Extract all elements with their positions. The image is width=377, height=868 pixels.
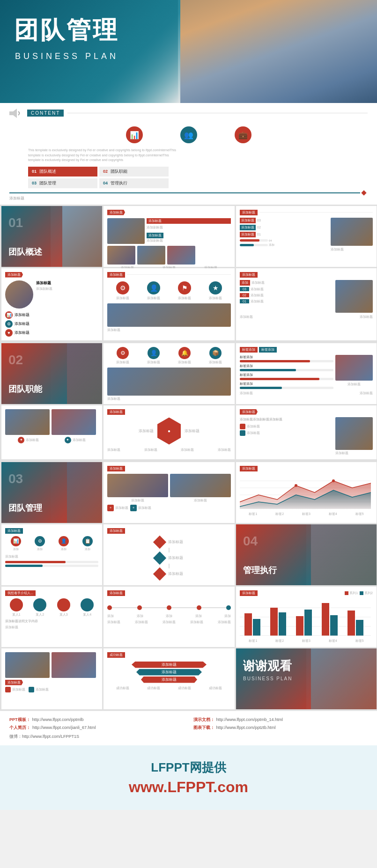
cover-photo-bg <box>180 0 377 103</box>
tl-label4: 添加 <box>195 614 202 618</box>
sq4 <box>29 687 34 692</box>
icon-label1: 添加标题 <box>116 296 129 301</box>
tl-label3: 添加 <box>166 614 172 618</box>
detail-07b-slide: 添加标题 添加 添加 添加 添加 添加 添加标题 添加标题 添加标题 添加标题 … <box>103 587 235 647</box>
content-item-02-num: 02 <box>103 169 108 174</box>
hex-left1: 添加标题 <box>107 428 154 434</box>
detail-01a-label2: 添加标题 <box>147 233 163 238</box>
detail-01a-img4 <box>167 246 195 265</box>
detail-05a-label1: 添加标题 <box>107 498 168 503</box>
detail-08a-img2 <box>52 652 96 678</box>
list-item-2: 添加标题 <box>15 321 30 326</box>
footer-weibo: 微博：http://www.lfppt.com/LFPPT1S <box>9 734 368 740</box>
detail-01a-sub2: 添加副标题 <box>147 238 231 243</box>
slide2-add-title: 添加标题 <box>9 196 368 201</box>
section-02-slide: 02 团队职能 <box>1 343 102 404</box>
section-04-title: 管理执行 <box>243 565 277 576</box>
cover-title-en: BUSINESS PLAN <box>15 51 118 61</box>
footer-url-1[interactable]: http://www.lfppt.com/pptmlb <box>32 717 84 722</box>
svg-rect-19 <box>356 620 363 636</box>
detail-04b-header: 添加标题 <box>107 409 125 415</box>
detail-06a-sub: 添加标题 <box>5 554 98 559</box>
small-label-2: 添加标题 <box>73 438 86 442</box>
svg-marker-0 <box>9 109 17 118</box>
thankyou-cn: 谢谢观看 <box>243 658 292 674</box>
icon-g1: 📊 <box>11 536 21 546</box>
detail-01a-img2 <box>107 246 135 265</box>
bar-x3: 标签3 <box>302 639 310 643</box>
detail-05b-header: 添加标题 <box>240 466 258 471</box>
person-label-1: 某人1 <box>5 612 28 617</box>
footer-url-3[interactable]: http://www.lfppt.com/jianli_67.html <box>32 725 96 730</box>
icon-users-label: 添加标题 <box>147 360 160 365</box>
thankyou-photo <box>306 648 377 709</box>
detail-05a-img2 <box>170 474 231 497</box>
icon-heart-small: ♥ <box>5 329 13 337</box>
icon-g3: 👤 <box>59 536 69 546</box>
bar-x4: 标签4 <box>329 639 337 643</box>
detail-04c-slide: 添加标题 添加标题添加副标题添加标题 添加标题 添加标题 添加标 <box>236 405 377 459</box>
detail-01b-header: 添加标题 <box>240 210 258 215</box>
detail-08b-header: 成功标题 <box>107 652 125 658</box>
detail-02c-footer1: 添加标题 <box>240 315 253 319</box>
detail-02c-header: 添加标题 <box>240 272 258 278</box>
icon-chart-small: 📊 <box>5 311 13 319</box>
svg-rect-10 <box>244 613 252 636</box>
icon-bell-label: 添加标题 <box>178 360 191 365</box>
icon-label2: 添加标题 <box>147 296 160 301</box>
layer-box2: 添加标题 <box>136 669 202 676</box>
num-04: 添加 <box>240 280 250 286</box>
cover-photo <box>180 0 377 103</box>
detail-08a-slide: 添加标题 添加标题 添加标题 <box>1 648 102 709</box>
tl-dot-5 <box>226 605 231 610</box>
detail-02c-footer2: 添加标题 <box>360 315 373 319</box>
legend-red: 系列1 <box>349 591 358 596</box>
detail-08a-header: 添加标题 <box>5 680 23 685</box>
detail-06b-header: 添加标题 <box>107 528 125 534</box>
person-3 <box>57 598 70 611</box>
layer-sub3: 成功标题 <box>178 686 191 691</box>
detail-05a-icon1: + <box>107 505 114 511</box>
tl-sub2: 添加标题 <box>135 620 148 625</box>
detail-05a-icon2: + <box>130 505 137 511</box>
detail-01a-sub1: 添加副标题 <box>147 225 231 230</box>
lfppt-url[interactable]: www.LFPPT.com <box>9 779 368 796</box>
footer-label-2: 演示文档： <box>193 717 214 723</box>
detail-05a-label2: 添加标题 <box>170 498 231 503</box>
footer-url-2[interactable]: http://www.lfppt.com/pptmb_14.html <box>216 717 283 722</box>
detail-02a-sub: 添加副标题 <box>36 287 98 291</box>
diamond-connector2 <box>169 564 170 568</box>
label-04: 添加标题 <box>251 280 265 285</box>
svg-rect-17 <box>330 615 338 636</box>
detail-04c-img <box>335 417 373 450</box>
icon-box-label: 添加标题 <box>209 360 222 365</box>
tl-dot-1 <box>107 605 112 610</box>
svg-point-6 <box>332 479 335 482</box>
detail-01a-img1 <box>107 218 145 244</box>
detail-04b-slide: 添加标题 添加标题 ● 添加标题 添加标题 添加标题 添加标题 添加标题 <box>103 405 235 459</box>
sq3-label: 添加标题 <box>12 687 25 692</box>
svg-rect-13 <box>279 612 286 636</box>
svg-rect-11 <box>253 619 260 636</box>
bar-chart <box>240 598 371 636</box>
icon-users: 👤 <box>148 347 160 359</box>
detail-05a-item2: 添加标题 <box>138 506 151 510</box>
section-02-title: 团队职能 <box>8 383 42 395</box>
detail-07c-slide: 添加标题 系列1 系列2 <box>236 587 377 647</box>
detail-03b-img <box>335 355 373 381</box>
section-03-slide: 03 团队管理 <box>1 462 102 523</box>
icon-g2: ⚙ <box>35 536 45 546</box>
detail-02b-header: 添加标题 <box>107 272 125 278</box>
detail-02a-circle-img <box>5 280 33 309</box>
detail-01a-header: 添加标题 <box>107 210 125 215</box>
detail-02b-slide: 添加标题 ⚙ 添加标题 👤 添加标题 ⚑ 添加标题 ★ 添加标题 添加标题 <box>103 268 235 340</box>
footer-url-4[interactable]: http://www.lfppt.com/pptztb.html <box>216 725 276 730</box>
detail-02c-slide: 添加标题 添加 添加标题 03 添加标题 02 添加标题 <box>236 268 377 340</box>
detail-03a-footer: 添加标题 <box>107 397 231 401</box>
detail-07a-text: 添加标题说明文字内容 <box>5 619 98 624</box>
icon-star4: ★ <box>209 281 222 294</box>
content-item-01-num: 01 <box>32 169 37 174</box>
section-01-num: 01 <box>8 215 23 230</box>
detail-05b-slide: 添加标题 <box>236 462 377 523</box>
bar-x5: 标签5 <box>355 639 364 643</box>
